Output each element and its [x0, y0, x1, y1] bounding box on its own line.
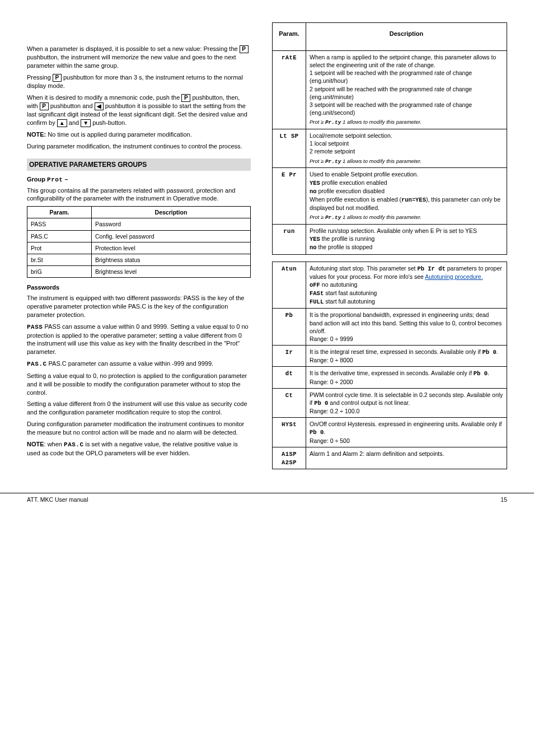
th-param: Param. [273, 23, 306, 51]
p-key-icon: P [240, 45, 249, 53]
table-row: run Profile run/stop selection. Availabl… [273, 225, 507, 255]
footer-title: ATT. MKC User manual [27, 496, 88, 503]
th-desc: Description [91, 207, 250, 218]
passwords-para1: The instrument is equipped with two diff… [27, 294, 251, 319]
left-para1: When a parameter is displayed, it is pos… [27, 45, 251, 70]
down-key-icon: ▼ [81, 119, 91, 127]
up-key-icon: ▲ [57, 119, 67, 127]
page-content: When a parameter is displayed, it is pos… [0, 0, 534, 482]
table-header-row: Param. Description [273, 23, 507, 51]
p-key-icon: P [181, 94, 190, 102]
pasc-para1: PAS.C PAS.C parameter can assume a value… [27, 360, 251, 368]
right-column: Param. Description rAtE When a ramp is a… [272, 22, 507, 476]
two-column-layout: When a parameter is displayed, it is pos… [27, 22, 507, 476]
right-params-table-1: Param. Description rAtE When a ramp is a… [272, 22, 507, 255]
operative-groups-heading: OPERATIVE PARAMETERS GROUPS [27, 158, 251, 171]
table-row: br.StBrightness status [27, 254, 251, 265]
th-desc: Description [306, 23, 507, 51]
p-key-icon: P [40, 102, 49, 110]
table-row: Ir It is the integral reset time, expres… [273, 346, 507, 367]
table-row: Atun Autotuning start stop. This paramet… [273, 262, 507, 309]
group-prot-heading: Group Prot – [27, 175, 251, 184]
pasc-para4: During configuration parameter modificat… [27, 420, 251, 437]
left-note1: NOTE: No time out is applied during para… [27, 130, 251, 139]
table-row: E Pr Used to enable Setpoint profile exe… [273, 168, 507, 225]
table-row: A1SP A2SP Alarm 1 and Alarm 2: alarm def… [273, 447, 507, 469]
table-row: Ct PWM control cycle time. It is selecta… [273, 388, 507, 418]
table-row: rAtE When a ramp is applied to the setpo… [273, 50, 507, 129]
p-key-icon: P [53, 74, 62, 82]
page-footer: ATT. MKC User manual 15 [0, 493, 534, 515]
left-key-icon: ◀ [95, 102, 104, 110]
footer-page-number: 15 [500, 496, 507, 503]
passwords-heading: Passwords [27, 283, 251, 292]
right-params-table-2: Atun Autotuning start stop. This paramet… [272, 262, 507, 470]
left-para2: Pressing P pushbutton for more than 3 s,… [27, 73, 251, 90]
left-para4: During parameter modification, the instr… [27, 142, 251, 151]
table-row: HYSt On/Off control Hysteresis. expresse… [273, 418, 507, 447]
table-row: Lt SP Local/remote setpoint selection. 1… [273, 129, 507, 168]
table-row: PAS.CConfig. level password [27, 230, 251, 242]
left-note2: NOTE: when PAS.C is set with a negative … [27, 440, 251, 458]
table-row: PASSPassword [27, 218, 251, 230]
table-row: Pb It is the proportional bandwidth, exp… [273, 309, 507, 346]
table-header-row: Param. Description [27, 207, 251, 218]
table-row: briGBrightness level [27, 266, 251, 278]
left-column: When a parameter is displayed, it is pos… [27, 22, 251, 476]
pass-para: PASS PASS can assume a value within 0 an… [27, 323, 251, 356]
table-row: dt It is the derivative time, expressed … [273, 367, 507, 388]
left-para3: When it is desired to modify a mnemonic … [27, 94, 251, 127]
table-row: ProtProtection level [27, 242, 251, 254]
th-param: Param. [27, 207, 92, 218]
autotune-link[interactable]: Autotuning procedure. [425, 273, 483, 280]
group-prot-intro: This group contains all the parameters r… [27, 186, 251, 203]
pasc-para2: Setting a value equal to 0, no protectio… [27, 372, 251, 397]
pasc-para3: Setting a value different from 0 the ins… [27, 400, 251, 417]
prot-params-table: Param. Description PASSPassword PAS.CCon… [27, 206, 251, 278]
